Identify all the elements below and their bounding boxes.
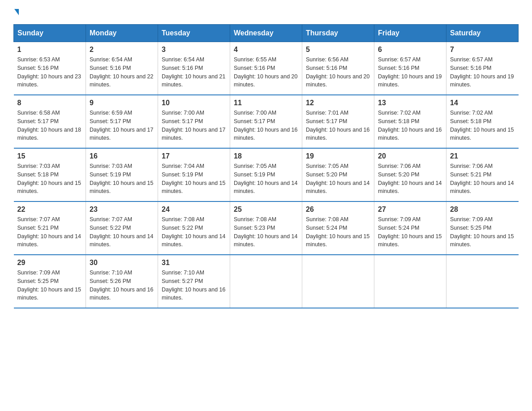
day-header-saturday: Saturday: [446, 25, 519, 42]
day-number: 22: [17, 206, 82, 214]
day-number: 5: [306, 46, 370, 54]
calendar-cell: 24 Sunrise: 7:08 AMSunset: 5:22 PMDaylig…: [158, 201, 230, 255]
calendar-cell: 13 Sunrise: 7:02 AMSunset: 5:18 PMDaylig…: [374, 95, 446, 148]
day-info: Sunrise: 7:08 AMSunset: 5:24 PMDaylight:…: [306, 215, 370, 249]
calendar-week-row: 8 Sunrise: 6:58 AMSunset: 5:17 PMDayligh…: [14, 95, 519, 148]
calendar-cell: 16 Sunrise: 7:03 AMSunset: 5:19 PMDaylig…: [86, 148, 158, 201]
day-number: 6: [378, 46, 442, 54]
day-info: Sunrise: 6:59 AMSunset: 5:17 PMDaylight:…: [90, 109, 154, 142]
day-info: Sunrise: 7:07 AMSunset: 5:22 PMDaylight:…: [90, 215, 154, 249]
page-header: [13, 9, 519, 15]
day-header-row: SundayMondayTuesdayWednesdayThursdayFrid…: [14, 25, 519, 42]
day-info: Sunrise: 6:54 AMSunset: 5:16 PMDaylight:…: [90, 56, 154, 89]
day-header-tuesday: Tuesday: [158, 25, 230, 42]
day-header-sunday: Sunday: [14, 25, 86, 42]
day-info: Sunrise: 7:10 AMSunset: 5:27 PMDaylight:…: [162, 269, 226, 302]
day-number: 12: [306, 99, 370, 107]
calendar-week-row: 1 Sunrise: 6:53 AMSunset: 5:16 PMDayligh…: [14, 42, 519, 95]
calendar-cell: 25 Sunrise: 7:08 AMSunset: 5:23 PMDaylig…: [230, 201, 302, 255]
calendar-cell: 21 Sunrise: 7:06 AMSunset: 5:21 PMDaylig…: [446, 148, 519, 201]
day-number: 4: [234, 46, 298, 54]
calendar-table: SundayMondayTuesdayWednesdayThursdayFrid…: [13, 24, 519, 308]
calendar-cell: 20 Sunrise: 7:06 AMSunset: 5:20 PMDaylig…: [374, 148, 446, 201]
calendar-cell: 27 Sunrise: 7:09 AMSunset: 5:24 PMDaylig…: [374, 201, 446, 255]
day-number: 18: [234, 152, 298, 160]
calendar-cell: 8 Sunrise: 6:58 AMSunset: 5:17 PMDayligh…: [14, 95, 86, 148]
calendar-cell: 5 Sunrise: 6:56 AMSunset: 5:16 PMDayligh…: [302, 42, 374, 95]
day-header-friday: Friday: [374, 25, 446, 42]
calendar-cell: 22 Sunrise: 7:07 AMSunset: 5:21 PMDaylig…: [14, 201, 86, 255]
day-number: 20: [378, 152, 442, 160]
calendar-cell: 29 Sunrise: 7:09 AMSunset: 5:25 PMDaylig…: [14, 255, 86, 308]
day-number: 15: [17, 152, 82, 160]
calendar-cell: 7 Sunrise: 6:57 AMSunset: 5:16 PMDayligh…: [446, 42, 519, 95]
day-info: Sunrise: 7:05 AMSunset: 5:19 PMDaylight:…: [234, 162, 298, 196]
calendar-week-row: 22 Sunrise: 7:07 AMSunset: 5:21 PMDaylig…: [14, 201, 519, 255]
calendar-cell: 23 Sunrise: 7:07 AMSunset: 5:22 PMDaylig…: [86, 201, 158, 255]
day-info: Sunrise: 7:09 AMSunset: 5:25 PMDaylight:…: [17, 269, 82, 302]
day-number: 11: [234, 99, 298, 107]
day-info: Sunrise: 6:55 AMSunset: 5:16 PMDaylight:…: [234, 56, 298, 89]
day-number: 10: [162, 99, 226, 107]
day-info: Sunrise: 7:10 AMSunset: 5:26 PMDaylight:…: [90, 269, 154, 302]
day-info: Sunrise: 7:08 AMSunset: 5:22 PMDaylight:…: [162, 215, 226, 249]
day-number: 13: [378, 99, 442, 107]
day-info: Sunrise: 7:06 AMSunset: 5:20 PMDaylight:…: [378, 162, 442, 196]
calendar-cell: 26 Sunrise: 7:08 AMSunset: 5:24 PMDaylig…: [302, 201, 374, 255]
day-number: 2: [90, 46, 154, 54]
calendar-cell: 12 Sunrise: 7:01 AMSunset: 5:17 PMDaylig…: [302, 95, 374, 148]
day-number: 23: [90, 206, 154, 214]
day-info: Sunrise: 6:57 AMSunset: 5:16 PMDaylight:…: [450, 56, 515, 89]
calendar-cell: 1 Sunrise: 6:53 AMSunset: 5:16 PMDayligh…: [14, 42, 86, 95]
calendar-cell: [446, 255, 519, 308]
day-info: Sunrise: 7:09 AMSunset: 5:24 PMDaylight:…: [378, 215, 442, 249]
day-info: Sunrise: 7:00 AMSunset: 5:17 PMDaylight:…: [162, 109, 226, 142]
calendar-cell: 18 Sunrise: 7:05 AMSunset: 5:19 PMDaylig…: [230, 148, 302, 201]
day-number: 1: [17, 46, 82, 54]
calendar-cell: 30 Sunrise: 7:10 AMSunset: 5:26 PMDaylig…: [86, 255, 158, 308]
day-number: 28: [450, 206, 515, 214]
day-number: 25: [234, 206, 298, 214]
day-number: 7: [450, 46, 515, 54]
logo-arrow-icon: [14, 9, 19, 15]
day-header-monday: Monday: [86, 25, 158, 42]
day-info: Sunrise: 6:54 AMSunset: 5:16 PMDaylight:…: [162, 56, 226, 89]
calendar-cell: [374, 255, 446, 308]
day-info: Sunrise: 6:53 AMSunset: 5:16 PMDaylight:…: [17, 56, 82, 89]
day-number: 30: [90, 259, 154, 267]
calendar-cell: 31 Sunrise: 7:10 AMSunset: 5:27 PMDaylig…: [158, 255, 230, 308]
day-number: 29: [17, 259, 82, 267]
calendar-week-row: 29 Sunrise: 7:09 AMSunset: 5:25 PMDaylig…: [14, 255, 519, 308]
day-info: Sunrise: 7:03 AMSunset: 5:18 PMDaylight:…: [17, 162, 82, 196]
day-header-thursday: Thursday: [302, 25, 374, 42]
calendar-cell: 28 Sunrise: 7:09 AMSunset: 5:25 PMDaylig…: [446, 201, 519, 255]
calendar-cell: [302, 255, 374, 308]
calendar-cell: 3 Sunrise: 6:54 AMSunset: 5:16 PMDayligh…: [158, 42, 230, 95]
day-number: 17: [162, 152, 226, 160]
day-info: Sunrise: 7:07 AMSunset: 5:21 PMDaylight:…: [17, 215, 82, 249]
calendar-cell: 17 Sunrise: 7:04 AMSunset: 5:19 PMDaylig…: [158, 148, 230, 201]
day-info: Sunrise: 6:56 AMSunset: 5:16 PMDaylight:…: [306, 56, 370, 89]
day-info: Sunrise: 7:08 AMSunset: 5:23 PMDaylight:…: [234, 215, 298, 249]
calendar-cell: 10 Sunrise: 7:00 AMSunset: 5:17 PMDaylig…: [158, 95, 230, 148]
day-number: 3: [162, 46, 226, 54]
calendar-cell: 11 Sunrise: 7:00 AMSunset: 5:17 PMDaylig…: [230, 95, 302, 148]
calendar-body: 1 Sunrise: 6:53 AMSunset: 5:16 PMDayligh…: [14, 42, 519, 308]
calendar-cell: 15 Sunrise: 7:03 AMSunset: 5:18 PMDaylig…: [14, 148, 86, 201]
day-info: Sunrise: 7:09 AMSunset: 5:25 PMDaylight:…: [450, 215, 515, 249]
day-info: Sunrise: 7:05 AMSunset: 5:20 PMDaylight:…: [306, 162, 370, 196]
calendar-cell: 6 Sunrise: 6:57 AMSunset: 5:16 PMDayligh…: [374, 42, 446, 95]
day-number: 16: [90, 152, 154, 160]
day-number: 19: [306, 152, 370, 160]
logo: [13, 9, 19, 15]
day-number: 27: [378, 206, 442, 214]
calendar-week-row: 15 Sunrise: 7:03 AMSunset: 5:18 PMDaylig…: [14, 148, 519, 201]
calendar-cell: 19 Sunrise: 7:05 AMSunset: 5:20 PMDaylig…: [302, 148, 374, 201]
day-number: 24: [162, 206, 226, 214]
calendar-cell: [230, 255, 302, 308]
day-info: Sunrise: 7:04 AMSunset: 5:19 PMDaylight:…: [162, 162, 226, 196]
day-number: 26: [306, 206, 370, 214]
day-number: 8: [17, 99, 82, 107]
day-number: 31: [162, 259, 226, 267]
day-header-wednesday: Wednesday: [230, 25, 302, 42]
